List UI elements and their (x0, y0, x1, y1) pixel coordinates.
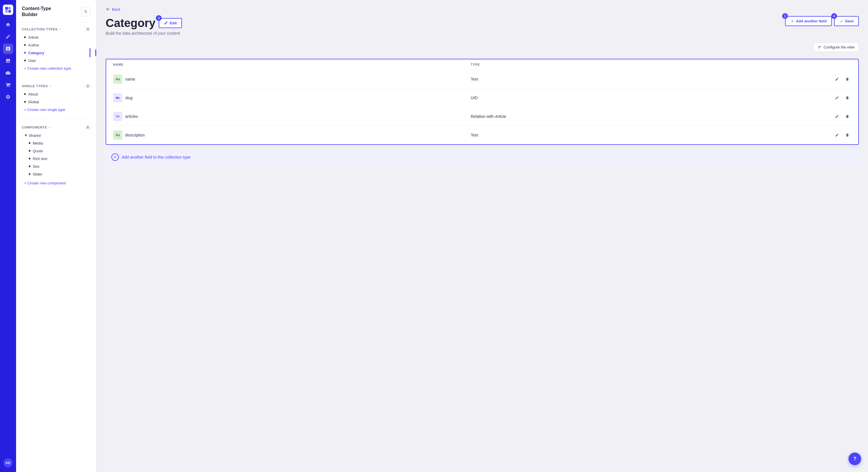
column-type: TYPE (471, 63, 828, 66)
save-button[interactable]: Save (834, 16, 859, 26)
field-name-label: name (125, 77, 135, 81)
delete-field-button[interactable] (843, 112, 851, 121)
sidebar: Content-TypeBuilder COLLECTION TYPES 4 A… (16, 0, 96, 472)
field-type-cell: UID (471, 96, 828, 100)
nav-icon-media[interactable] (3, 56, 13, 66)
configure-icon (818, 45, 822, 49)
delete-field-button[interactable] (843, 75, 851, 83)
svg-rect-2 (5, 10, 8, 12)
active-indicator (95, 49, 96, 56)
check-icon (839, 19, 843, 23)
dot-icon (29, 158, 30, 160)
nav-icon-shop[interactable] (3, 80, 13, 90)
pencil-icon (835, 77, 839, 81)
header-actions: 1 Add another field 4 Save (785, 16, 859, 26)
nav-icon-content-type[interactable] (3, 43, 13, 54)
field-actions (828, 94, 851, 102)
field-actions (828, 75, 851, 83)
divider (22, 118, 90, 119)
single-types-count: 2 (85, 84, 90, 88)
user-avatar[interactable]: KD (3, 458, 12, 467)
single-types-section: SINGLE TYPES 2 About Global + Create new… (16, 79, 96, 116)
field-name-label: description (125, 133, 145, 137)
nav-icon-quill[interactable] (3, 32, 13, 42)
sidebar-item-global[interactable]: Global (22, 98, 90, 106)
delete-field-button[interactable] (843, 131, 851, 139)
main-content: Back Category 3 Edit Build the data arch… (96, 0, 868, 472)
create-component-link[interactable]: + Create new component (22, 179, 90, 187)
column-actions (828, 63, 851, 66)
dot-icon (24, 101, 26, 103)
configure-area: Configure the view (105, 42, 859, 55)
add-field-btn-group: 1 Add another field (785, 16, 832, 26)
page-subtitle: Build the data architecture of your cont… (105, 31, 182, 36)
table-row: Aa description Text (106, 126, 858, 144)
sidebar-item-category[interactable]: Category (22, 49, 90, 57)
add-field-badge: 1 (782, 13, 788, 19)
content-area: Back Category 3 Edit Build the data arch… (96, 0, 868, 472)
field-name-label: slug (125, 96, 133, 100)
sidebar-item-article[interactable]: Article (22, 34, 90, 41)
pencil-icon (835, 133, 839, 137)
table-row: Aa name Text (106, 70, 858, 89)
back-link[interactable]: Back (105, 7, 120, 11)
dot-icon (29, 142, 30, 144)
field-actions (828, 112, 851, 121)
collection-types-label[interactable]: COLLECTION TYPES (22, 28, 62, 31)
pencil-icon (835, 96, 839, 100)
search-button[interactable] (81, 7, 90, 16)
nav-icon-home[interactable] (3, 20, 13, 30)
edit-button[interactable]: Edit (159, 18, 182, 28)
sidebar-item-rich-text[interactable]: Rich text (26, 155, 90, 163)
single-types-label[interactable]: SINGLE TYPES (22, 84, 52, 88)
edit-field-button[interactable] (833, 94, 841, 102)
nav-icon-cloud[interactable] (3, 68, 13, 78)
field-type-cell: Relation with Article (471, 114, 828, 119)
edit-field-button[interactable] (833, 75, 841, 83)
divider (22, 77, 90, 77)
pencil-icon (835, 114, 839, 119)
components-label[interactable]: COMPONENTS (22, 126, 51, 129)
sidebar-item-media[interactable]: Media (26, 139, 90, 147)
field-icon-text: Aa (113, 74, 122, 84)
dot-icon (24, 36, 26, 38)
add-field-row[interactable]: + Add another field to this collection t… (105, 149, 859, 165)
sidebar-item-user[interactable]: User (22, 57, 90, 65)
svg-rect-0 (5, 7, 8, 10)
create-single-type-link[interactable]: + Create new single type (22, 106, 90, 113)
field-name-cell: articles (113, 112, 471, 121)
field-name-cell: Aa name (113, 74, 471, 84)
nav-icon-settings[interactable] (3, 92, 13, 102)
delete-field-button[interactable] (843, 94, 851, 102)
help-button[interactable]: ? (848, 452, 861, 465)
sidebar-item-quote[interactable]: Quote (26, 147, 90, 155)
sidebar-item-about[interactable]: About (22, 90, 90, 98)
sidebar-item-slider[interactable]: Slider (26, 170, 90, 178)
create-collection-type-link[interactable]: + Create new collection type (22, 65, 90, 72)
sidebar-item-seo[interactable]: Seo (26, 163, 90, 170)
sidebar-item-author[interactable]: Author (22, 41, 90, 49)
collection-types-section: COLLECTION TYPES 4 Article Author Catego… (16, 23, 96, 74)
shared-toggle[interactable]: ▼ Shared (22, 132, 90, 139)
app-logo (3, 5, 13, 15)
column-name: NAME (113, 63, 471, 66)
table-row: articles Relation with Article (106, 107, 858, 126)
add-field-circle-icon: + (112, 154, 119, 161)
add-field-button[interactable]: Add another field (785, 16, 832, 26)
configure-view-button[interactable]: Configure the view (813, 42, 859, 52)
dot-icon (24, 52, 26, 54)
page-title-section: Category 3 Edit Build the data architect… (105, 16, 182, 36)
edit-field-button[interactable] (833, 112, 841, 121)
trash-icon (845, 114, 849, 119)
edit-field-button[interactable] (833, 131, 841, 139)
edit-badge: 3 (156, 15, 162, 21)
field-type-cell: Text (471, 77, 828, 81)
collection-types-count: 4 (85, 27, 90, 31)
add-field-row-label: Add another field to this collection typ… (122, 155, 191, 160)
edit-btn-group: 3 Edit (159, 18, 182, 28)
dot-icon (29, 165, 30, 167)
field-icon-relation (113, 112, 122, 121)
table-header: NAME TYPE (106, 59, 858, 70)
dot-icon (29, 173, 30, 175)
trash-icon (845, 133, 849, 137)
